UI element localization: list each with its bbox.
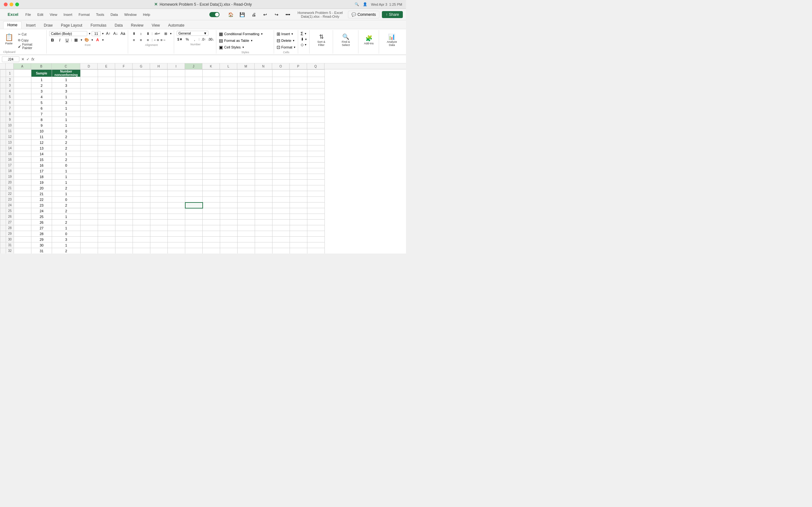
cell-b27[interactable]: 26 (32, 220, 52, 225)
font-color-btn[interactable]: A (95, 37, 101, 43)
cell-h17[interactable] (150, 163, 168, 168)
cell-a1[interactable] (14, 70, 32, 77)
cell-a12[interactable] (14, 134, 32, 140)
cell-f4[interactable] (115, 89, 133, 94)
cell-j2[interactable] (185, 77, 203, 83)
cell-i4[interactable] (168, 89, 185, 94)
cell-j32[interactable] (185, 248, 203, 254)
col-header-o[interactable]: O (272, 63, 290, 69)
cell-f30[interactable] (115, 237, 133, 242)
add-ins-btn[interactable]: 🧩 Add-ins (361, 31, 377, 49)
cell-d10[interactable] (81, 123, 98, 128)
col-header-j[interactable]: J (185, 63, 202, 69)
cell-c31[interactable]: 1 (52, 242, 81, 248)
cell-j28[interactable] (185, 225, 203, 231)
cell-e17[interactable] (98, 163, 115, 168)
cell-n14[interactable] (255, 146, 272, 151)
formula-bar-fx[interactable]: fx (32, 57, 34, 61)
cell-g28[interactable] (133, 225, 150, 231)
cell-d5[interactable] (81, 94, 98, 100)
cell-m4[interactable] (238, 89, 255, 94)
cs-caret[interactable]: ▼ (242, 46, 245, 49)
cell-n28[interactable] (255, 225, 272, 231)
cell-k27[interactable] (203, 220, 220, 225)
cell-g17[interactable] (133, 163, 150, 168)
cell-p22[interactable] (290, 191, 307, 197)
cell-q20[interactable] (307, 180, 325, 185)
cell-h9[interactable] (150, 117, 168, 123)
delete-caret[interactable]: ▼ (293, 39, 295, 42)
cell-k26[interactable] (203, 214, 220, 220)
cell-g10[interactable] (133, 123, 150, 128)
cell-l14[interactable] (220, 146, 238, 151)
cell-i5[interactable] (168, 94, 185, 100)
cell-q30[interactable] (307, 237, 325, 242)
cell-f26[interactable] (115, 214, 133, 220)
cell-h20[interactable] (150, 180, 168, 185)
cell-b3[interactable]: 2 (32, 83, 52, 89)
cell-j4[interactable] (185, 89, 203, 94)
cell-e18[interactable] (98, 168, 115, 174)
sort-filter-btn[interactable]: ⇅ Sort & Filter (312, 31, 331, 49)
cell-g8[interactable] (133, 111, 150, 117)
cell-n29[interactable] (255, 231, 272, 237)
cell-e28[interactable] (98, 225, 115, 231)
cell-l16[interactable] (220, 157, 238, 163)
formula-bar-x[interactable]: ✕ (21, 57, 24, 61)
cell-n26[interactable] (255, 214, 272, 220)
tab-review[interactable]: Review (127, 22, 147, 29)
col-header-a[interactable]: A (14, 63, 31, 69)
cell-f21[interactable] (115, 185, 133, 191)
cell-f20[interactable] (115, 180, 133, 185)
cell-a15[interactable] (14, 151, 32, 157)
cell-d19[interactable] (81, 174, 98, 180)
cell-l19[interactable] (220, 174, 238, 180)
cell-q31[interactable] (307, 242, 325, 248)
cell-f24[interactable] (115, 203, 133, 208)
cell-a24[interactable] (14, 203, 32, 208)
cell-j17[interactable] (185, 163, 203, 168)
cell-m12[interactable] (238, 134, 255, 140)
cell-i6[interactable] (168, 100, 185, 106)
sum-caret[interactable]: ▼ (304, 32, 307, 35)
cell-p27[interactable] (290, 220, 307, 225)
tab-view[interactable]: View (148, 22, 164, 29)
tab-draw[interactable]: Draw (40, 22, 56, 29)
cell-p12[interactable] (290, 134, 307, 140)
cell-i25[interactable] (168, 208, 185, 214)
cell-d29[interactable] (81, 231, 98, 237)
cell-i19[interactable] (168, 174, 185, 180)
cell-k2[interactable] (203, 77, 220, 83)
cell-j20[interactable] (185, 180, 203, 185)
cell-m31[interactable] (238, 242, 255, 248)
menu-data[interactable]: Data (108, 12, 119, 17)
font-size-caret[interactable]: ▼ (101, 32, 104, 35)
cell-styles-btn[interactable]: Cell Styles (224, 45, 241, 49)
cell-e23[interactable] (98, 197, 115, 203)
cell-o5[interactable] (272, 94, 290, 100)
cell-g1[interactable] (133, 70, 150, 77)
align-middle-btn[interactable]: ↕ (138, 31, 144, 37)
cut-button[interactable]: ✂ Cut (16, 32, 44, 37)
row-num-16[interactable]: 16 (6, 157, 14, 163)
tab-automate[interactable]: Automate (164, 22, 188, 29)
cell-e9[interactable] (98, 117, 115, 123)
cell-e1[interactable] (98, 70, 115, 77)
cell-i29[interactable] (168, 231, 185, 237)
cell-c15[interactable]: 1 (52, 151, 81, 157)
menu-view[interactable]: View (48, 12, 59, 17)
cell-f17[interactable] (115, 163, 133, 168)
cell-i16[interactable] (168, 157, 185, 163)
row-num-21[interactable]: 21 (6, 185, 14, 191)
align-bottom-btn[interactable]: ⬇ (145, 31, 151, 37)
cell-e13[interactable] (98, 140, 115, 146)
cell-d1[interactable] (81, 70, 98, 77)
grid-scroll[interactable]: 1SampleNumber nonconforming2113234335416… (0, 69, 406, 253)
cell-f32[interactable] (115, 248, 133, 254)
cell-i12[interactable] (168, 134, 185, 140)
cell-l7[interactable] (220, 106, 238, 111)
cell-m21[interactable] (238, 185, 255, 191)
conditional-formatting-btn[interactable]: Conditional Formatting (224, 32, 259, 36)
more-btn[interactable]: ••• (284, 10, 293, 19)
cell-o17[interactable] (272, 163, 290, 168)
